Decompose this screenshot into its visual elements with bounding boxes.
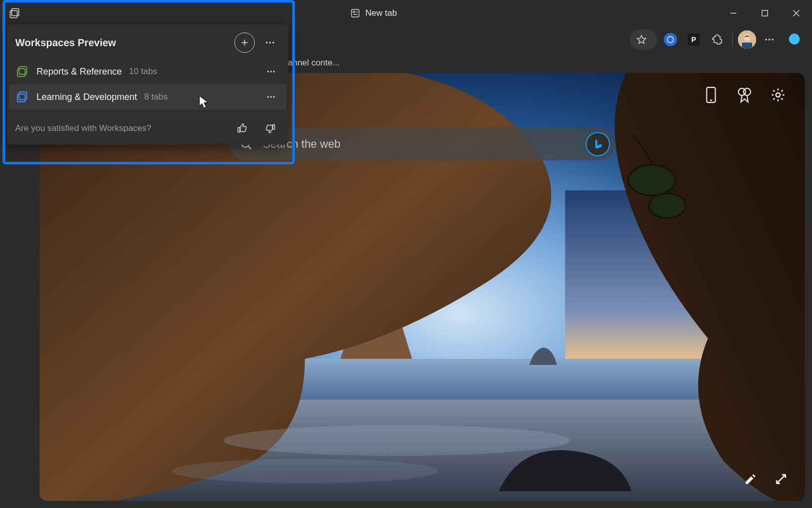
favorite-button[interactable]: [633, 31, 650, 48]
svg-point-17: [772, 39, 774, 41]
workspace-item-more-button[interactable]: [262, 88, 280, 106]
workspaces-header: Workspaces Preview: [7, 30, 288, 59]
svg-point-44: [270, 71, 272, 72]
svg-point-33: [776, 93, 780, 97]
close-button[interactable]: [781, 0, 812, 26]
svg-point-38: [266, 42, 268, 44]
svg-rect-14: [742, 43, 752, 49]
svg-rect-7: [762, 11, 768, 16]
workspace-item-learning[interactable]: Learning & Development 8 tabs: [9, 84, 286, 110]
svg-point-25: [628, 165, 675, 195]
svg-rect-51: [238, 127, 240, 132]
svg-point-43: [267, 71, 269, 72]
address-bar-actions: [630, 29, 657, 50]
workspace-icon: [15, 90, 29, 104]
workspaces-title: Workspaces Preview: [15, 37, 229, 49]
ntp-bottom-controls: [741, 469, 791, 489]
extensions-button[interactable]: [707, 29, 727, 50]
svg-point-28: [172, 459, 437, 483]
svg-point-50: [273, 96, 275, 97]
settings-more-button[interactable]: [759, 29, 780, 50]
tab-strip: New tab: [29, 0, 718, 26]
workspace-tab-count: 10 tabs: [129, 66, 157, 77]
svg-point-49: [270, 96, 272, 97]
svg-rect-0: [12, 9, 19, 16]
copilot-button[interactable]: [783, 29, 807, 50]
svg-rect-3: [353, 11, 355, 13]
feedback-thumbs-down-button[interactable]: [260, 118, 280, 139]
svg-point-11: [667, 37, 673, 43]
new-tab-icon: [350, 8, 360, 18]
toolbar-divider: [732, 33, 733, 46]
page-settings-icon[interactable]: [768, 85, 788, 105]
expand-icon[interactable]: [771, 469, 791, 489]
workspaces-add-button[interactable]: [234, 32, 255, 53]
extension-circle-button[interactable]: [660, 29, 681, 50]
tab-label: New tab: [365, 8, 397, 18]
feedback-thumbs-up-button[interactable]: [232, 118, 253, 139]
workspace-name: Learning & Development: [37, 92, 137, 103]
ntp-top-controls: [701, 85, 788, 105]
maximize-button[interactable]: [749, 0, 781, 26]
svg-point-45: [273, 71, 275, 72]
workspaces-feedback-row: Are you satisfied with Workspaces?: [7, 113, 288, 140]
svg-point-32: [743, 88, 751, 95]
rewards-icon[interactable]: [735, 85, 754, 105]
window-controls: [718, 0, 812, 26]
svg-point-15: [765, 39, 767, 41]
workspaces-popup: Workspaces Preview Reports & Reference 1…: [7, 24, 288, 145]
svg-point-39: [269, 42, 271, 44]
profile-avatar[interactable]: [738, 30, 756, 49]
workspaces-feedback-text: Are you satisfied with Workspaces?: [15, 123, 225, 133]
svg-rect-52: [273, 125, 275, 129]
workspace-name: Reports & Reference: [37, 66, 122, 77]
workspaces-launcher-button[interactable]: [0, 0, 29, 26]
svg-rect-2: [351, 10, 359, 17]
svg-point-16: [768, 39, 770, 41]
svg-rect-1: [10, 11, 17, 18]
svg-point-40: [273, 42, 275, 44]
titlebar: New tab: [0, 0, 812, 26]
svg-point-27: [223, 425, 570, 456]
extension-p-button[interactable]: P: [684, 29, 704, 50]
svg-point-13: [743, 34, 751, 41]
bing-chat-button[interactable]: [586, 132, 610, 156]
workspace-item-more-button[interactable]: [262, 62, 280, 81]
minimize-button[interactable]: [718, 0, 749, 26]
workspaces-more-button[interactable]: [260, 32, 280, 53]
workspace-tab-count: 8 tabs: [144, 92, 167, 102]
svg-line-35: [248, 146, 251, 149]
svg-marker-10: [637, 36, 646, 44]
mobile-icon[interactable]: [701, 85, 721, 105]
svg-point-26: [649, 193, 685, 218]
svg-point-48: [267, 96, 269, 97]
workspace-icon: [15, 64, 29, 79]
tab-newtab[interactable]: New tab: [341, 3, 406, 23]
workspace-item-reports[interactable]: Reports & Reference 10 tabs: [7, 59, 288, 84]
search-input[interactable]: [263, 138, 576, 151]
edit-background-icon[interactable]: [741, 469, 760, 489]
